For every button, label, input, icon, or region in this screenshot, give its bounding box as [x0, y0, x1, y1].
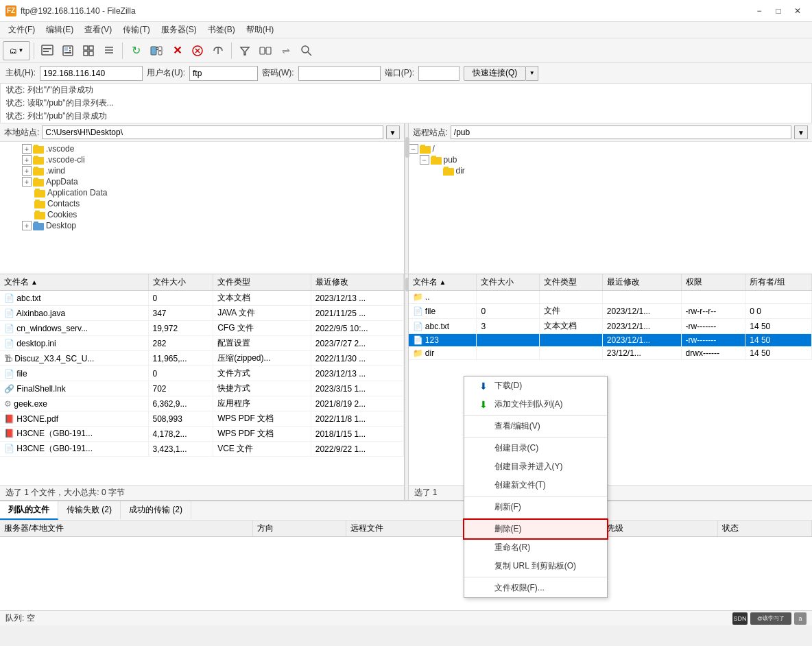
toolbar-btn-3[interactable]: [79, 41, 98, 60]
disconnect-button[interactable]: [208, 41, 228, 60]
maximize-button[interactable]: □: [769, 4, 787, 18]
local-file-row[interactable]: ⚙ geek.exe 6,362,9... 应用程序 2021/8/19 2..…: [0, 396, 403, 411]
local-tree-item-cookies[interactable]: Cookies: [0, 209, 404, 220]
menu-transfer[interactable]: 传输(T): [117, 23, 155, 38]
context-newfile[interactable]: 创建新文件(T): [464, 476, 607, 494]
local-col-date[interactable]: 最近修改: [311, 274, 403, 291]
stop-button[interactable]: ✕: [167, 41, 187, 60]
expand-root[interactable]: −: [409, 144, 418, 154]
tab-successful-transfers[interactable]: 成功的传输 (2): [121, 501, 191, 520]
queue-col-status[interactable]: 状态: [718, 521, 812, 537]
context-copyurl[interactable]: 复制 URL 到剪贴板(O): [464, 557, 607, 575]
username-input[interactable]: [189, 66, 258, 81]
context-rename[interactable]: 重命名(R): [464, 538, 607, 557]
remote-tree-item-root[interactable]: − /: [409, 143, 813, 154]
remote-path-dropdown[interactable]: ▼: [794, 125, 808, 139]
context-delete[interactable]: 删除(E): [464, 520, 607, 538]
queue-col-priority[interactable]: 优先级: [594, 521, 718, 537]
local-tree-item-desktop[interactable]: + Desktop: [0, 220, 404, 231]
port-input[interactable]: [418, 66, 459, 81]
local-file-row[interactable]: 📕 H3CNE（GB0-191... 4,178,2... WPS PDF 文档…: [0, 427, 403, 442]
local-file-row[interactable]: 🗜 Discuz_X3.4_SC_U... 11,965,... 压缩(zipp…: [0, 351, 403, 366]
local-file-row[interactable]: 📄 H3CNE（GB0-191... 3,423,1... VCE 文件 202…: [0, 442, 403, 457]
expand-vscode[interactable]: +: [22, 144, 32, 154]
local-file-row[interactable]: 📄 Aixinbao.java 347 JAVA 文件 2021/11/25 .…: [0, 306, 403, 321]
local-col-size[interactable]: 文件大小: [148, 274, 213, 291]
context-download[interactable]: ⬇ 下载(D): [464, 376, 607, 395]
minimize-button[interactable]: −: [750, 4, 768, 18]
context-addqueue[interactable]: ⬇ 添加文件到队列(A): [464, 395, 607, 414]
remote-path-input[interactable]: [451, 125, 791, 139]
menu-file[interactable]: 文件(F): [3, 23, 40, 38]
menu-bookmark[interactable]: 书签(B): [202, 23, 241, 38]
local-tree[interactable]: + .vscode + .vscode-cli + .wind +: [0, 142, 404, 274]
local-path-dropdown[interactable]: ▼: [386, 125, 400, 139]
expand-vscode-cli[interactable]: +: [22, 155, 32, 165]
search-button[interactable]: [297, 41, 316, 60]
local-file-row[interactable]: 📄 abc.txt 0 文本文档 2023/12/13 ...: [0, 291, 403, 306]
menu-edit[interactable]: 编辑(E): [40, 23, 79, 38]
menu-server[interactable]: 服务器(S): [156, 23, 202, 38]
menu-view[interactable]: 查看(V): [79, 23, 117, 38]
local-file-row[interactable]: 📕 H3CNE.pdf 508,993 WPS PDF 文档 2022/11/8…: [0, 411, 403, 427]
local-tree-item-appdata[interactable]: + AppData: [0, 176, 404, 187]
host-input[interactable]: [40, 66, 143, 81]
tab-failed-transfers[interactable]: 传输失败 (2): [58, 501, 121, 520]
toolbar-btn-4[interactable]: [99, 41, 119, 60]
quickconnect-button[interactable]: 快速连接(Q): [464, 66, 526, 81]
local-path-input[interactable]: [42, 125, 383, 139]
local-file-row[interactable]: 📄 desktop.ini 282 配置设置 2023/7/27 2...: [0, 336, 403, 351]
tray-icon-3[interactable]: a: [794, 612, 807, 625]
local-tree-item-contacts[interactable]: Contacts: [0, 198, 404, 209]
tray-icon-1[interactable]: SDN: [732, 612, 748, 625]
sync-browse-button[interactable]: ⇌: [276, 41, 296, 60]
remote-tree-item-pub[interactable]: − pub: [409, 154, 813, 165]
local-file-row[interactable]: 📄 cn_windows_serv... 19,972 CFG 文件 2022/…: [0, 321, 403, 336]
local-tree-item-vscode[interactable]: + .vscode: [0, 143, 404, 154]
site-manager-dropdown[interactable]: 🗂▼: [3, 41, 30, 60]
context-mkdir[interactable]: 创建目录(C): [464, 439, 607, 457]
local-col-name[interactable]: 文件名▲: [0, 274, 148, 291]
local-col-type[interactable]: 文件类型: [213, 274, 311, 291]
remote-file-row[interactable]: 📄 abc.txt 3 文本文档 2023/12/1... -rw-------…: [409, 319, 812, 334]
local-file-list[interactable]: 文件名▲ 文件大小 文件类型 最近修改 📄 abc.txt 0 文本文档 202…: [0, 274, 404, 485]
local-file-row[interactable]: 📄 file 0 文件方式 2023/12/13 ...: [0, 366, 403, 381]
tray-icon-2[interactable]: @该学习了: [750, 612, 791, 625]
context-fileperm[interactable]: 文件权限(F)...: [464, 579, 607, 597]
local-tree-item-vscode-cli[interactable]: + .vscode-cli: [0, 154, 404, 165]
expand-pub[interactable]: −: [420, 155, 429, 165]
password-input[interactable]: [298, 66, 381, 81]
queue-content[interactable]: 服务器/本地文件 方向 远程文件 大小 优先级 状态: [0, 521, 812, 610]
remote-file-row[interactable]: 📁 dir 23/12/1... drwx------ 14 50: [409, 347, 812, 360]
local-file-row[interactable]: 🔗 FinalShell.lnk 702 快捷方式 2023/3/15 1...: [0, 381, 403, 396]
context-mkdir-enter[interactable]: 创建目录并进入(Y): [464, 457, 607, 476]
process-queue-button[interactable]: [147, 41, 166, 60]
tab-queued-files[interactable]: 列队的文件: [0, 501, 58, 520]
local-tree-item-appdata2[interactable]: Application Data: [0, 187, 404, 198]
toolbar-btn-1[interactable]: [38, 41, 57, 60]
queue-col-local[interactable]: 服务器/本地文件: [0, 521, 252, 537]
expand-appdata[interactable]: +: [22, 177, 32, 187]
filter-button[interactable]: [235, 41, 254, 60]
remote-col-name[interactable]: 文件名▲: [409, 274, 477, 291]
menu-help[interactable]: 帮助(H): [241, 23, 280, 38]
remote-col-date[interactable]: 最近修改: [602, 274, 681, 291]
remote-col-perm[interactable]: 权限: [681, 274, 745, 291]
remote-file-row[interactable]: 📁 ..: [409, 291, 812, 304]
remote-tree-item-dir[interactable]: dir: [409, 165, 813, 176]
remote-tree[interactable]: − / − pub dir: [409, 142, 813, 274]
context-viewedit[interactable]: 查看/编辑(V): [464, 417, 607, 435]
refresh-button[interactable]: ↻: [126, 41, 145, 60]
directory-comparison-button[interactable]: [256, 41, 275, 60]
context-refresh[interactable]: 刷新(F): [464, 498, 607, 516]
cancel-button[interactable]: [188, 41, 207, 60]
remote-file-row[interactable]: 📄 file 0 文件 2023/12/1... -rw-r--r-- 0 0: [409, 304, 812, 319]
expand-wind[interactable]: +: [22, 166, 32, 176]
remote-file-row-123[interactable]: 📄 123 2023/12/1... -rw------- 14 50: [409, 334, 812, 347]
queue-col-dir[interactable]: 方向: [252, 521, 346, 537]
expand-desktop[interactable]: +: [22, 221, 32, 230]
remote-col-type[interactable]: 文件类型: [540, 274, 603, 291]
remote-col-size[interactable]: 文件大小: [477, 274, 540, 291]
remote-col-owner[interactable]: 所有者/组: [745, 274, 812, 291]
toolbar-btn-2[interactable]: [58, 41, 77, 60]
